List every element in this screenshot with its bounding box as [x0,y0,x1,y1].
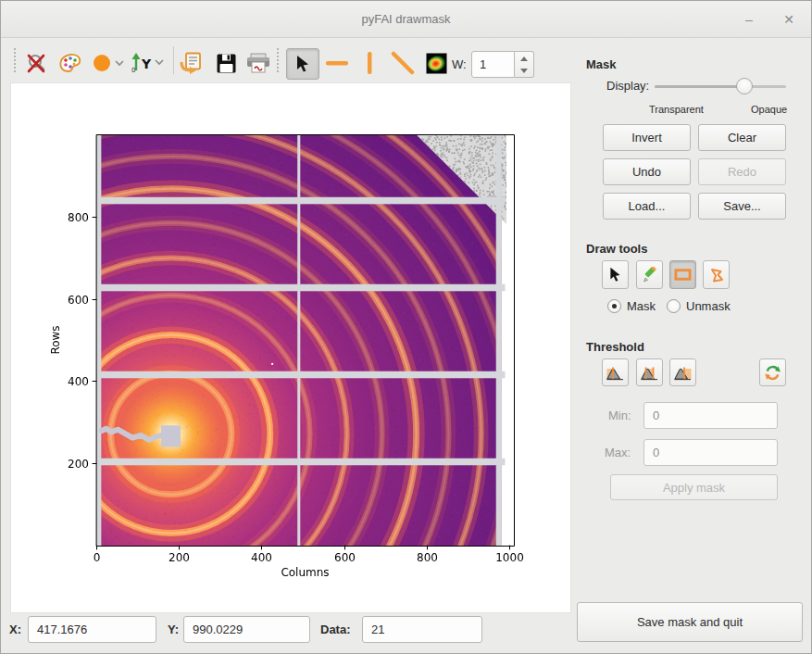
refresh-histogram-button[interactable] [759,358,786,386]
horizontal-line-icon [325,52,349,74]
data-value-field[interactable]: 21 [362,616,482,643]
plot-toolbar: 0 Y [1,39,571,82]
save-icon [216,53,237,74]
slider-fill [655,85,742,88]
draw-vline-button[interactable] [357,51,381,75]
mask-section-header: Mask [586,57,617,71]
palette-icon [58,52,82,74]
refresh-icon [764,364,781,382]
colormap-preview-icon [426,53,447,74]
title-bar[interactable]: pyFAI drawmask – ✕ [1,1,811,38]
colormap-palette-button[interactable] [58,51,82,75]
app-window: pyFAI drawmask – ✕ [0,0,812,654]
draw-diagonal-button[interactable] [391,51,415,75]
max-label: Max: [605,446,631,459]
transparent-label: Transparent [649,104,704,115]
apply-mask-button[interactable]: Apply mask [610,474,778,500]
plot-canvas[interactable] [11,83,570,612]
save-mask-and-quit-button[interactable]: Save mask and quit [577,602,803,642]
mask-above-icon [674,365,692,381]
mask-between-icon [641,365,658,381]
y-axis-orientation-button[interactable]: 0 Y [130,51,167,75]
close-button[interactable]: ✕ [778,8,800,31]
save-figure-button[interactable] [214,51,238,75]
mask-below-icon [606,365,624,381]
display-label: Display: [606,79,649,93]
tool-pointer-button[interactable] [602,260,629,289]
mask-above-button[interactable] [669,358,696,386]
tool-rectangle-button[interactable] [669,260,696,289]
pan-pointer-button[interactable] [286,48,319,80]
min-label: Min: [608,409,631,422]
mask-below-button[interactable] [602,358,629,386]
data-value-label: Data: [320,623,351,636]
mask-transparency-slider[interactable] [655,78,786,94]
y-axis-icon: 0 Y [130,52,167,74]
unmask-radio[interactable] [667,299,681,313]
copy-button[interactable] [179,51,203,75]
spin-up-icon [520,57,528,61]
invert-button[interactable]: Invert [603,124,691,151]
zoom-reset-icon [26,52,48,74]
x-coord-label: X: [9,623,21,636]
pointer-icon [294,55,312,73]
print-button[interactable] [244,51,272,75]
pencil-tool-icon [642,267,658,283]
print-icon [245,52,271,74]
figure-area [10,82,571,613]
diagonal-line-icon [391,51,415,75]
vertical-line-icon [357,51,381,75]
tool-polygon-button[interactable] [703,260,730,289]
copy-icon [179,51,203,75]
threshold-header: Threshold [586,340,644,354]
slider-handle[interactable] [736,78,753,94]
pointer-tool-icon [607,267,623,283]
min-field[interactable]: 0 [643,402,778,429]
opaque-label: Opaque [751,104,787,115]
spin-up-button[interactable] [515,52,533,65]
svg-text:Y: Y [141,57,152,71]
svg-text:0: 0 [131,67,135,74]
line-width-spin-buttons[interactable] [515,51,534,78]
toolbar-drag-handle-2[interactable] [277,48,280,72]
spin-down-icon [520,69,528,73]
rectangle-tool-icon [674,268,692,282]
load-mask-button[interactable]: Load... [603,193,691,220]
clear-button[interactable]: Clear [698,124,786,151]
mask-between-button[interactable] [636,358,663,386]
marker-style-button[interactable] [91,51,126,75]
draw-tools-header: Draw tools [586,242,647,256]
spin-down-button[interactable] [515,65,533,78]
draw-hline-button[interactable] [325,51,349,75]
y-coord-label: Y: [168,623,179,636]
tool-pencil-button[interactable] [636,260,663,289]
x-coord-field[interactable]: 417.1676 [28,616,156,643]
marker-circle-icon [92,53,125,73]
window-title: pyFAI drawmask [1,12,811,26]
redo-button[interactable]: Redo [698,158,786,185]
max-field[interactable]: 0 [643,439,778,466]
zoom-reset-button[interactable] [25,51,49,75]
mask-radio-label: Mask [627,299,656,313]
unmask-radio-label: Unmask [686,299,731,313]
mask-radio[interactable] [607,299,621,313]
minimize-button[interactable]: – [738,8,760,31]
undo-button[interactable]: Undo [603,158,691,185]
line-width-spinbox[interactable]: 1 [471,51,515,78]
line-width-label: W: [452,57,467,71]
colormap-preview-button[interactable] [424,51,448,75]
save-mask-button[interactable]: Save... [698,193,786,220]
y-coord-field[interactable]: 990.0229 [183,616,310,643]
toolbar-separator [173,46,174,74]
polygon-tool-icon [708,267,725,283]
toolbar-drag-handle[interactable] [14,48,17,72]
